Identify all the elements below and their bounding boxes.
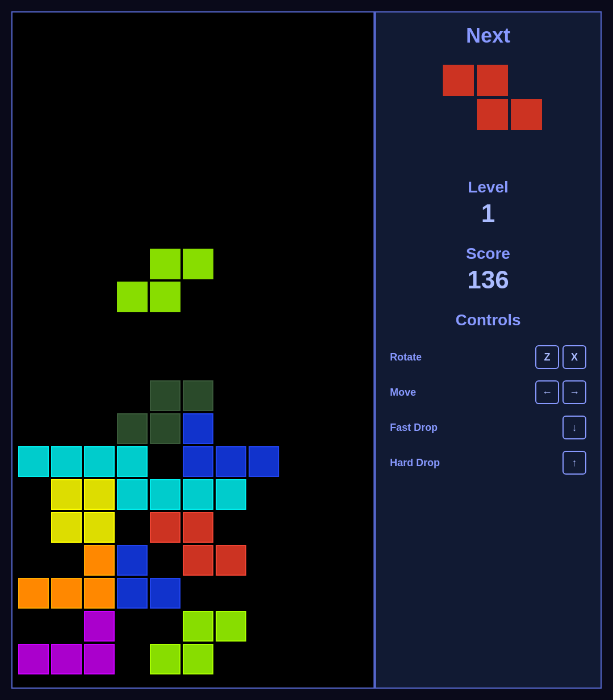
score-value: 136 <box>467 266 509 294</box>
key-z: Z <box>535 345 559 369</box>
rotate-keys: Z X <box>535 345 586 369</box>
key-x: X <box>562 345 586 369</box>
game-board-wrapper <box>11 11 375 689</box>
key-down: ↓ <box>562 416 586 439</box>
control-move-label: Move <box>390 387 416 399</box>
board-block <box>84 446 115 477</box>
board-block <box>150 479 180 510</box>
board-block <box>51 644 82 674</box>
key-up: ↑ <box>562 451 586 475</box>
board-block <box>18 446 49 477</box>
next-label: Next <box>466 24 510 48</box>
board-block <box>51 578 82 609</box>
board-block <box>84 479 115 510</box>
board-block <box>216 545 246 576</box>
next-piece-display <box>431 59 545 150</box>
board-block <box>84 644 115 674</box>
board-block <box>84 578 115 609</box>
move-keys: ← → <box>535 380 586 404</box>
board-block <box>183 380 213 411</box>
board-block <box>183 479 213 510</box>
next-piece-cell <box>477 99 508 130</box>
board-block <box>18 644 49 674</box>
next-piece-cell <box>511 99 542 130</box>
board-block <box>150 413 180 444</box>
control-hard-drop-label: Hard Drop <box>390 457 440 469</box>
board-block <box>51 479 82 510</box>
control-fast-drop-label: Fast Drop <box>390 422 438 434</box>
board-block <box>18 578 49 609</box>
board-block <box>183 413 213 444</box>
board-block <box>84 611 115 642</box>
control-rotate-label: Rotate <box>390 351 422 363</box>
control-rotate: Rotate Z X <box>384 339 592 375</box>
board-block <box>84 512 115 543</box>
next-piece-cell <box>443 65 474 96</box>
board-block <box>183 512 213 543</box>
key-right: → <box>562 380 586 404</box>
board-block <box>150 578 180 609</box>
board-block <box>183 545 213 576</box>
fast-drop-keys: ↓ <box>562 416 586 439</box>
game-board[interactable] <box>12 12 373 688</box>
board-block <box>51 512 82 543</box>
board-block <box>216 479 246 510</box>
board-block <box>117 545 148 576</box>
controls-title: Controls <box>384 311 592 329</box>
board-block <box>183 446 213 477</box>
board-block <box>150 282 180 312</box>
game-container: Next Level 1 Score 136 Controls Rotate Z… <box>0 0 613 700</box>
board-block <box>84 545 115 576</box>
level-label: Level <box>468 178 509 196</box>
board-block <box>183 249 213 279</box>
next-piece-cell <box>477 65 508 96</box>
board-block <box>183 611 213 642</box>
board-block <box>150 380 180 411</box>
score-label: Score <box>466 245 510 263</box>
controls-section: Controls Rotate Z X Move ← → Fast Drop ↓ <box>384 311 592 480</box>
board-block <box>216 611 246 642</box>
side-panel: Next Level 1 Score 136 Controls Rotate Z… <box>375 11 602 689</box>
board-block <box>249 446 279 477</box>
board-block <box>150 644 180 674</box>
board-block <box>117 282 148 312</box>
board-block <box>150 512 180 543</box>
board-block <box>51 446 82 477</box>
key-left: ← <box>535 380 559 404</box>
board-block <box>117 479 148 510</box>
board-block <box>117 446 148 477</box>
board-block <box>183 644 213 674</box>
hard-drop-keys: ↑ <box>562 451 586 475</box>
control-hard-drop: Hard Drop ↑ <box>384 445 592 480</box>
level-value: 1 <box>481 199 495 228</box>
board-block <box>150 249 180 279</box>
control-move: Move ← → <box>384 375 592 410</box>
board-block <box>117 413 148 444</box>
board-block <box>216 446 246 477</box>
control-fast-drop: Fast Drop ↓ <box>384 410 592 445</box>
board-block <box>117 578 148 609</box>
